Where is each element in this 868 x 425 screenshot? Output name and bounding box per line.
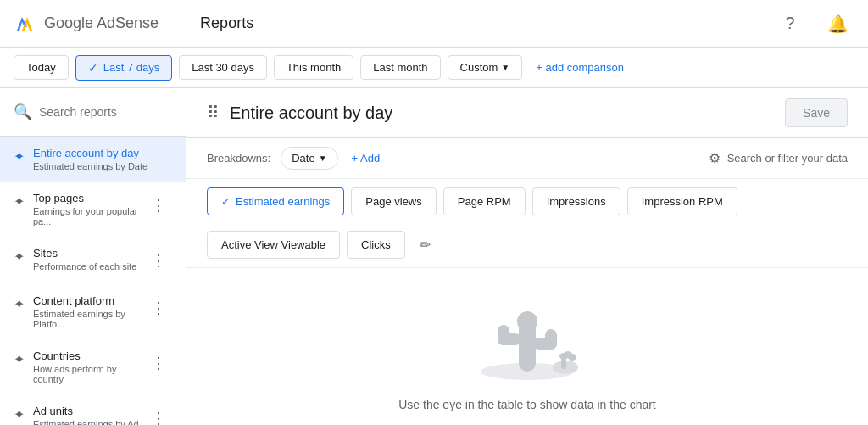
last30-button[interactable]: Last 30 days [179, 55, 267, 80]
toolbar-left: Breakdowns: Date ▼ + Add [207, 147, 387, 170]
sidebar-item-text-2: Top pages Earnings for your popular pa..… [33, 192, 145, 226]
last7-button[interactable]: ✓ Last 7 days [75, 55, 173, 81]
this-month-label: This month [287, 61, 341, 74]
metric-estimated-earnings[interactable]: ✓ Estimated earnings [207, 187, 344, 215]
custom-label: Custom [460, 61, 498, 74]
metric-check-icon: ✓ [221, 195, 231, 208]
app-header: Google AdSense Reports ? 🔔 [0, 0, 868, 48]
sidebar-item-top-pages[interactable]: ✦ Top pages Earnings for your popular pa… [0, 182, 186, 237]
sidebar-item-subtitle-4: Estimated earnings by Platfo... [33, 309, 145, 329]
more-options-countries[interactable]: ⋮ [145, 350, 172, 377]
metric-clicks-label: Clicks [361, 238, 391, 251]
metric-page-rpm-label: Page RPM [458, 195, 511, 208]
more-options-ad-units[interactable]: ⋮ [145, 405, 172, 425]
sidebar-item-title-5: Countries [33, 350, 145, 362]
last-month-button[interactable]: Last month [360, 55, 440, 80]
last7-label: Last 7 days [103, 61, 160, 74]
metric-estimated-earnings-label: Estimated earnings [236, 195, 330, 208]
sidebar-item-entire-account[interactable]: ✦ Entire account by day Estimated earnin… [0, 137, 186, 182]
header-divider [186, 12, 186, 36]
metric-page-views[interactable]: Page views [351, 187, 436, 215]
header-icons: ? 🔔 [773, 7, 854, 41]
help-button[interactable]: ? [773, 7, 807, 41]
sidebar-item-ad-units[interactable]: ✦ Ad units Estimated earnings by Ad unit… [0, 394, 186, 425]
sidebar-item-subtitle-3: Performance of each site [33, 261, 145, 271]
this-month-button[interactable]: This month [274, 55, 353, 80]
date-breakdown-button[interactable]: Date ▼ [281, 147, 337, 170]
notifications-button[interactable]: 🔔 [821, 7, 854, 41]
custom-button[interactable]: Custom ▼ [448, 55, 523, 80]
add-breakdown-button[interactable]: + Add [345, 148, 387, 169]
sidebar-search-bar: 🔍 + [0, 88, 186, 137]
sidebar-item-text-6: Ad units Estimated earnings by Ad unit [33, 405, 145, 425]
more-options-sites[interactable]: ⋮ [145, 247, 172, 274]
today-button[interactable]: Today [14, 55, 69, 80]
adsense-logo-icon [14, 12, 37, 36]
more-options-top-pages[interactable]: ⋮ [145, 192, 172, 219]
search-filter-text: Search or filter your data [727, 152, 848, 165]
sparkle-icon-5: ✦ [14, 351, 25, 367]
bell-icon: 🔔 [827, 14, 849, 34]
toolbar: Breakdowns: Date ▼ + Add ⚙ Search or fil… [186, 138, 868, 179]
last-month-label: Last month [373, 61, 427, 74]
empty-message: Use the eye in the table to show data in… [398, 398, 656, 411]
toolbar-right: ⚙ Search or filter your data [709, 150, 848, 166]
check-icon: ✓ [88, 61, 98, 75]
search-icon: 🔍 [14, 103, 32, 121]
save-label: Save [803, 106, 830, 120]
content-area: ⠿ Entire account by day Save Breakdowns:… [186, 88, 868, 425]
metrics-bar: ✓ Estimated earnings Page views Page RPM… [186, 179, 868, 268]
add-breakdown-label: + Add [352, 152, 381, 165]
metric-page-views-label: Page views [365, 195, 421, 208]
help-icon: ? [785, 14, 794, 33]
sidebar-item-text-3: Sites Performance of each site [33, 247, 145, 271]
empty-illustration [459, 282, 595, 384]
filter-icon: ⚙ [709, 150, 721, 166]
sidebar-item-text: Entire account by day Estimated earnings… [33, 147, 172, 171]
sidebar-item-subtitle-5: How ads perform by country [33, 364, 145, 384]
content-header: ⠿ Entire account by day Save [186, 88, 868, 138]
sidebar-item-title-2: Top pages [33, 192, 145, 204]
sidebar-item-content-platform[interactable]: ✦ Content platform Estimated earnings by… [0, 284, 186, 339]
breakdown-chevron-icon: ▼ [319, 154, 327, 163]
metric-impressions[interactable]: Impressions [532, 187, 620, 215]
sidebar-item-countries[interactable]: ✦ Countries How ads perform by country ⋮ [0, 339, 186, 394]
sidebar-item-subtitle: Estimated earnings by Date [33, 161, 172, 171]
sparkle-icon-4: ✦ [14, 296, 25, 312]
pencil-icon: ✏ [420, 237, 431, 253]
sidebar-item-title-6: Ad units [33, 405, 145, 417]
add-comparison-label: + add comparison [536, 61, 624, 74]
metric-page-rpm[interactable]: Page RPM [443, 187, 526, 215]
metric-active-view[interactable]: Active View Viewable [207, 231, 340, 259]
grid-icon: ⠿ [207, 103, 220, 123]
more-options-content-platform[interactable]: ⋮ [145, 294, 172, 322]
metric-active-view-label: Active View Viewable [221, 238, 326, 251]
add-comparison-button[interactable]: + add comparison [529, 56, 631, 79]
sparkle-icon-2: ✦ [14, 193, 25, 210]
sparkle-icon: ✦ [14, 148, 25, 165]
sidebar-item-subtitle-2: Earnings for your popular pa... [33, 206, 145, 226]
content-header-left: ⠿ Entire account by day [207, 103, 392, 123]
metric-impression-rpm[interactable]: Impression RPM [627, 187, 737, 215]
sidebar: 🔍 + ✦ Entire account by day Estimated ea… [0, 88, 186, 425]
content-title: Entire account by day [230, 103, 392, 123]
metric-clicks[interactable]: Clicks [347, 231, 405, 259]
sparkle-icon-6: ✦ [14, 406, 25, 422]
last30-label: Last 30 days [192, 61, 254, 74]
sidebar-item-text-5: Countries How ads perform by country [33, 350, 145, 384]
breakdowns-label: Breakdowns: [207, 152, 270, 165]
empty-state: Use the eye in the table to show data in… [398, 282, 656, 411]
page-title: Reports [200, 14, 773, 32]
sidebar-nav: ✦ Entire account by day Estimated earnin… [0, 137, 186, 425]
metric-impressions-label: Impressions [547, 195, 606, 208]
sidebar-item-title-4: Content platform [33, 294, 145, 307]
edit-metrics-button[interactable]: ✏ [412, 232, 439, 259]
search-input[interactable] [39, 105, 186, 119]
chart-area: Use the eye in the table to show data in… [186, 268, 868, 425]
svg-point-14 [568, 354, 576, 361]
logo-area: Google AdSense [14, 12, 159, 36]
sidebar-item-sites[interactable]: ✦ Sites Performance of each site ⋮ [0, 237, 186, 284]
sidebar-item-subtitle-6: Estimated earnings by Ad unit [33, 419, 145, 425]
save-button[interactable]: Save [785, 98, 848, 127]
logo-text: Google AdSense [44, 14, 159, 32]
